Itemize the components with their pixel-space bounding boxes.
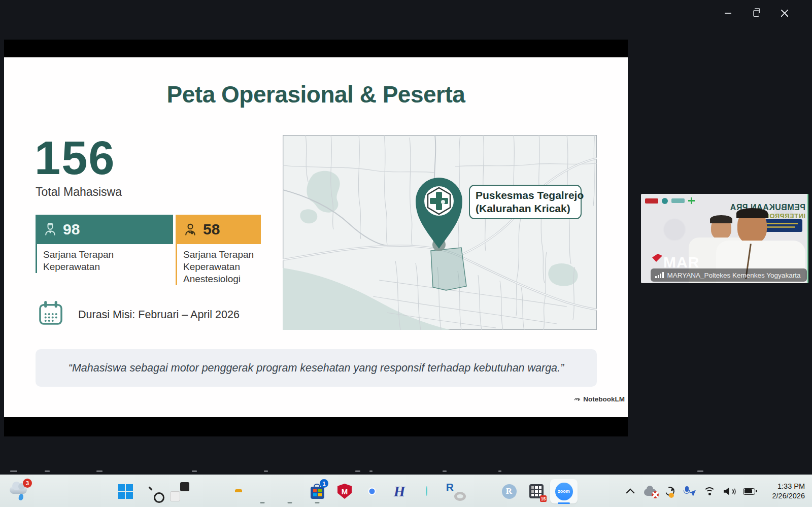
onedrive-error-icon[interactable]	[644, 486, 656, 497]
stats-cards: 98 58 Sarjana Terapan Keperawatan Sarjan…	[36, 215, 261, 306]
raindrop-icon	[18, 493, 24, 501]
nurse-icon	[43, 222, 58, 237]
notification-badge: 3	[23, 479, 32, 488]
microphone-location-icon[interactable]	[684, 486, 696, 497]
taskbar-app-heatmap-app[interactable]	[413, 479, 441, 503]
red-logo	[645, 198, 658, 204]
taskbar-weather-widget[interactable]: 3	[8, 480, 32, 502]
zoom-icon: zoom	[555, 483, 573, 500]
taskbar-app-grid-app[interactable]: 15	[523, 479, 550, 503]
app-badge: 15	[540, 495, 547, 502]
taskbar-app-windows-start[interactable]	[112, 479, 139, 503]
backdrop-logos	[645, 197, 695, 204]
minimize-icon	[725, 13, 731, 14]
total-students-number: 156	[35, 134, 116, 181]
cloud-icon	[10, 486, 27, 494]
taskbar-app-r-language[interactable]: R	[441, 479, 468, 503]
close-button[interactable]	[781, 9, 789, 17]
taskbar-app-search[interactable]	[139, 479, 166, 503]
battery-icon[interactable]	[743, 486, 755, 497]
taskbar-app-diamond-app[interactable]	[468, 479, 495, 503]
sync-pending-icon[interactable]	[664, 486, 676, 497]
taskbar-app-file-explorer[interactable]	[221, 479, 249, 503]
mission-duration-text: Durasi Misi: Februari – April 2026	[65, 299, 240, 321]
notebooklm-icon	[573, 395, 581, 403]
taskbar-apps: 1MHRR15zoom	[112, 479, 578, 503]
stat-card-nursing-header: 98	[36, 215, 173, 244]
stat-value: 98	[63, 221, 80, 238]
mission-duration: Durasi Misi: Februari – April 2026	[37, 299, 240, 328]
cutoff-text-remnants	[0, 470, 812, 472]
participant-name: MARYANA_Poltekes Kemenkes Yogyakarta	[667, 272, 801, 279]
heatmap-app-icon	[426, 487, 427, 496]
system-tray	[624, 486, 755, 497]
taskbar-app-chrome[interactable]	[358, 479, 386, 503]
doctor-icon	[183, 222, 198, 237]
operational-map: Puskesmas Tegalrejo (Kalurahan Kricak)	[283, 135, 597, 330]
taskbar-app-microsoft-store[interactable]: 1	[303, 479, 331, 503]
windows-start-icon	[118, 484, 133, 499]
window-controls	[724, 9, 789, 17]
person-back-head	[711, 217, 731, 240]
participant-video-tile[interactable]: PEMBUKAAN PRA INTERPROFESSION MAR MARYAN…	[641, 194, 808, 283]
taskbar: 3 1MHRR15zoom 1:33 PM 2/26/2026	[0, 475, 812, 507]
wifi-icon[interactable]	[703, 486, 716, 497]
person-front-head	[737, 210, 767, 244]
restore-button[interactable]	[752, 9, 760, 17]
svg-text:Puskesmas Tegalrejo: Puskesmas Tegalrejo	[476, 189, 584, 201]
clock-date: 2/26/2026	[772, 491, 805, 501]
mcafee-icon: M	[337, 484, 352, 499]
stat-value: 58	[203, 221, 220, 238]
taskbar-app-task-view[interactable]	[166, 479, 194, 503]
shared-screen: Peta Operasional & Peserta 156 Total Mah…	[4, 40, 628, 436]
quote-banner: “Mahasiswa sebagai motor penggerak progr…	[36, 349, 597, 387]
taskbar-app-copilot[interactable]	[194, 479, 221, 503]
svg-text:(Kalurahan Kricak): (Kalurahan Kricak)	[476, 202, 570, 214]
taskbar-app-rstudio[interactable]: R	[495, 479, 523, 503]
taskbar-app-zoom[interactable]: zoom	[550, 479, 578, 503]
notebooklm-watermark: NotebookLM	[573, 395, 625, 403]
taskbar-app-hash-app[interactable]: H	[386, 479, 413, 503]
calendar-icon	[37, 299, 65, 328]
taskbar-app-edge[interactable]	[276, 479, 303, 503]
participant-name-bar: MARYANA_Poltekes Kemenkes Yogyakarta	[651, 268, 807, 282]
rstudio-icon: R	[502, 484, 517, 499]
total-students-label: Total Mahasiswa	[36, 185, 122, 199]
close-icon	[781, 10, 788, 17]
hash-app-icon: H	[394, 484, 405, 499]
restore-icon	[753, 10, 759, 17]
slide-title: Peta Operasional & Peserta	[4, 81, 628, 108]
pin-label: Puskesmas Tegalrejo (Kalurahan Kricak)	[469, 185, 584, 219]
connection-signal-icon	[655, 272, 664, 278]
taskbar-app-mcafee[interactable]: M	[331, 479, 358, 503]
chevron-up-icon[interactable]	[624, 486, 636, 497]
taskbar-clock[interactable]: 1:33 PM 2/26/2026	[772, 482, 805, 501]
presentation-slide: Peta Operasional & Peserta 156 Total Mah…	[4, 57, 628, 417]
volume-icon[interactable]	[723, 486, 735, 497]
green-cross-logo	[688, 197, 695, 204]
app-badge: 1	[320, 479, 328, 488]
teal-circle-logo	[662, 198, 668, 204]
stat-card-anesthesiology-label: Sarjana Terapan Keperawatan Anestesiolog…	[176, 244, 257, 285]
highlighted-district	[431, 248, 466, 290]
teal-logo	[671, 198, 685, 203]
stat-card-anesthesiology-header: 58	[176, 215, 261, 244]
minimize-button[interactable]	[724, 9, 732, 17]
clock-time: 1:33 PM	[772, 482, 805, 491]
taskbar-app-firefox[interactable]	[249, 479, 276, 503]
stat-card-nursing-label: Sarjana Terapan Keperawatan	[36, 244, 134, 273]
